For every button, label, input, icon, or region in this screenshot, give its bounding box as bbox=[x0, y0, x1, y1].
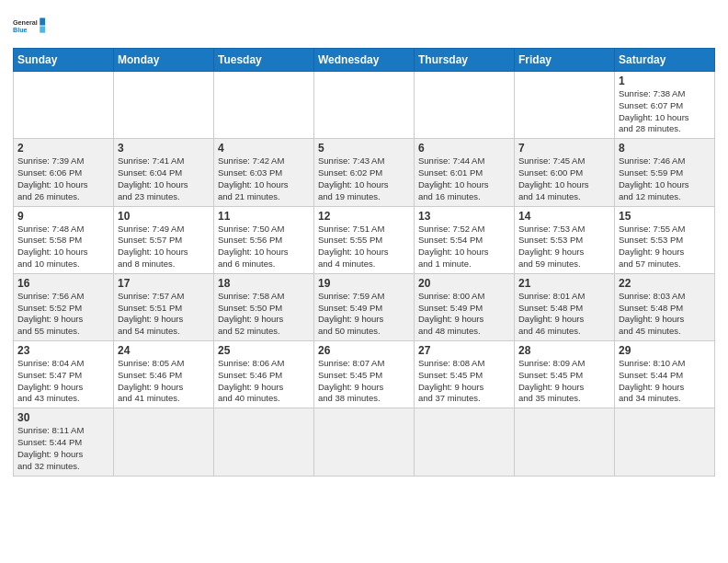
calendar-cell: 10Sunrise: 7:49 AM Sunset: 5:57 PM Dayli… bbox=[114, 206, 214, 273]
day-number: 25 bbox=[218, 344, 310, 357]
day-number: 16 bbox=[17, 277, 109, 290]
weekday-header-wednesday: Wednesday bbox=[314, 49, 415, 72]
day-info: Sunrise: 7:42 AM Sunset: 6:03 PM Dayligh… bbox=[218, 155, 310, 202]
calendar-cell: 14Sunrise: 7:53 AM Sunset: 5:53 PM Dayli… bbox=[515, 206, 615, 273]
calendar-cell bbox=[415, 408, 515, 476]
day-number: 24 bbox=[118, 344, 210, 357]
day-info: Sunrise: 7:44 AM Sunset: 6:01 PM Dayligh… bbox=[418, 155, 510, 202]
day-info: Sunrise: 7:46 AM Sunset: 5:59 PM Dayligh… bbox=[619, 155, 711, 202]
day-info: Sunrise: 8:08 AM Sunset: 5:45 PM Dayligh… bbox=[418, 358, 510, 405]
day-info: Sunrise: 8:01 AM Sunset: 5:48 PM Dayligh… bbox=[518, 291, 610, 338]
day-number: 23 bbox=[17, 344, 109, 357]
header: GeneralBlue bbox=[13, 9, 715, 42]
calendar-cell: 24Sunrise: 8:05 AM Sunset: 5:46 PM Dayli… bbox=[114, 341, 214, 408]
calendar-cell: 27Sunrise: 8:08 AM Sunset: 5:45 PM Dayli… bbox=[415, 341, 515, 408]
weekday-header-tuesday: Tuesday bbox=[214, 49, 314, 72]
calendar-cell: 17Sunrise: 7:57 AM Sunset: 5:51 PM Dayli… bbox=[114, 273, 214, 340]
calendar-week-row: 23Sunrise: 8:04 AM Sunset: 5:47 PM Dayli… bbox=[14, 341, 715, 408]
calendar-cell: 1Sunrise: 7:38 AM Sunset: 6:07 PM Daylig… bbox=[615, 72, 715, 139]
calendar-cell bbox=[14, 72, 114, 139]
day-info: Sunrise: 7:55 AM Sunset: 5:53 PM Dayligh… bbox=[619, 224, 711, 270]
day-number: 30 bbox=[17, 411, 109, 424]
day-info: Sunrise: 7:43 AM Sunset: 6:02 PM Dayligh… bbox=[318, 155, 410, 202]
day-info: Sunrise: 7:49 AM Sunset: 5:57 PM Dayligh… bbox=[118, 224, 210, 270]
calendar-cell: 9Sunrise: 7:48 AM Sunset: 5:58 PM Daylig… bbox=[14, 206, 114, 273]
day-number: 6 bbox=[418, 142, 510, 155]
day-number: 13 bbox=[418, 210, 510, 223]
page: GeneralBlue SundayMondayTuesdayWednesday… bbox=[0, 0, 728, 563]
calendar-cell bbox=[214, 408, 314, 476]
day-info: Sunrise: 7:48 AM Sunset: 5:58 PM Dayligh… bbox=[17, 224, 109, 270]
calendar-cell: 19Sunrise: 7:59 AM Sunset: 5:49 PM Dayli… bbox=[314, 273, 415, 340]
day-info: Sunrise: 8:11 AM Sunset: 5:44 PM Dayligh… bbox=[17, 425, 109, 472]
calendar-cell: 15Sunrise: 7:55 AM Sunset: 5:53 PM Dayli… bbox=[615, 206, 715, 273]
day-info: Sunrise: 7:41 AM Sunset: 6:04 PM Dayligh… bbox=[118, 155, 210, 202]
svg-text:General: General bbox=[13, 18, 38, 27]
day-number: 4 bbox=[218, 142, 310, 155]
day-number: 9 bbox=[17, 210, 109, 223]
day-info: Sunrise: 7:51 AM Sunset: 5:55 PM Dayligh… bbox=[318, 224, 410, 270]
day-number: 3 bbox=[118, 142, 210, 155]
day-info: Sunrise: 8:00 AM Sunset: 5:49 PM Dayligh… bbox=[418, 291, 510, 338]
calendar-cell bbox=[314, 72, 415, 139]
calendar-cell: 30Sunrise: 8:11 AM Sunset: 5:44 PM Dayli… bbox=[14, 408, 114, 476]
calendar-cell bbox=[214, 72, 314, 139]
calendar-week-row: 30Sunrise: 8:11 AM Sunset: 5:44 PM Dayli… bbox=[14, 408, 715, 476]
calendar-week-row: 2Sunrise: 7:39 AM Sunset: 6:06 PM Daylig… bbox=[14, 139, 715, 206]
calendar-cell bbox=[314, 408, 415, 476]
calendar-cell: 8Sunrise: 7:46 AM Sunset: 5:59 PM Daylig… bbox=[615, 139, 715, 206]
weekday-header-thursday: Thursday bbox=[415, 49, 515, 72]
calendar-cell: 5Sunrise: 7:43 AM Sunset: 6:02 PM Daylig… bbox=[314, 139, 415, 206]
calendar-cell: 11Sunrise: 7:50 AM Sunset: 5:56 PM Dayli… bbox=[214, 206, 314, 273]
day-number: 27 bbox=[418, 344, 510, 357]
day-info: Sunrise: 7:52 AM Sunset: 5:54 PM Dayligh… bbox=[418, 224, 510, 270]
calendar-cell: 6Sunrise: 7:44 AM Sunset: 6:01 PM Daylig… bbox=[415, 139, 515, 206]
calendar-cell: 12Sunrise: 7:51 AM Sunset: 5:55 PM Dayli… bbox=[314, 206, 415, 273]
calendar-cell: 7Sunrise: 7:45 AM Sunset: 6:00 PM Daylig… bbox=[515, 139, 615, 206]
calendar-cell: 28Sunrise: 8:09 AM Sunset: 5:45 PM Dayli… bbox=[515, 341, 615, 408]
day-number: 1 bbox=[619, 75, 711, 87]
day-number: 18 bbox=[218, 277, 310, 290]
day-info: Sunrise: 7:45 AM Sunset: 6:00 PM Dayligh… bbox=[518, 155, 610, 202]
calendar-table: SundayMondayTuesdayWednesdayThursdayFrid… bbox=[13, 48, 715, 477]
svg-marker-2 bbox=[40, 17, 45, 25]
calendar-cell: 23Sunrise: 8:04 AM Sunset: 5:47 PM Dayli… bbox=[14, 341, 114, 408]
day-number: 19 bbox=[318, 277, 410, 290]
day-number: 15 bbox=[619, 210, 711, 223]
calendar-cell: 25Sunrise: 8:06 AM Sunset: 5:46 PM Dayli… bbox=[214, 341, 314, 408]
day-info: Sunrise: 8:03 AM Sunset: 5:48 PM Dayligh… bbox=[619, 291, 711, 338]
day-info: Sunrise: 7:56 AM Sunset: 5:52 PM Dayligh… bbox=[17, 291, 109, 338]
svg-marker-3 bbox=[40, 26, 45, 32]
day-info: Sunrise: 7:50 AM Sunset: 5:56 PM Dayligh… bbox=[218, 224, 310, 270]
calendar-cell bbox=[515, 408, 615, 476]
day-number: 20 bbox=[418, 277, 510, 290]
calendar-cell: 22Sunrise: 8:03 AM Sunset: 5:48 PM Dayli… bbox=[615, 273, 715, 340]
day-number: 12 bbox=[318, 210, 410, 223]
day-info: Sunrise: 7:38 AM Sunset: 6:07 PM Dayligh… bbox=[619, 88, 711, 135]
calendar-week-row: 16Sunrise: 7:56 AM Sunset: 5:52 PM Dayli… bbox=[14, 273, 715, 340]
day-number: 21 bbox=[518, 277, 610, 290]
logo-icon: GeneralBlue bbox=[13, 9, 46, 42]
logo: GeneralBlue bbox=[13, 9, 46, 42]
day-info: Sunrise: 7:57 AM Sunset: 5:51 PM Dayligh… bbox=[118, 291, 210, 338]
calendar-cell bbox=[515, 72, 615, 139]
day-info: Sunrise: 8:07 AM Sunset: 5:45 PM Dayligh… bbox=[318, 358, 410, 405]
calendar-cell: 4Sunrise: 7:42 AM Sunset: 6:03 PM Daylig… bbox=[214, 139, 314, 206]
day-info: Sunrise: 8:10 AM Sunset: 5:44 PM Dayligh… bbox=[619, 358, 711, 405]
day-info: Sunrise: 8:09 AM Sunset: 5:45 PM Dayligh… bbox=[518, 358, 610, 405]
calendar-cell: 16Sunrise: 7:56 AM Sunset: 5:52 PM Dayli… bbox=[14, 273, 114, 340]
day-number: 5 bbox=[318, 142, 410, 155]
calendar-cell bbox=[114, 72, 214, 139]
day-info: Sunrise: 7:53 AM Sunset: 5:53 PM Dayligh… bbox=[518, 224, 610, 270]
day-number: 10 bbox=[118, 210, 210, 223]
day-number: 26 bbox=[318, 344, 410, 357]
calendar-cell bbox=[114, 408, 214, 476]
day-number: 11 bbox=[218, 210, 310, 223]
day-info: Sunrise: 8:06 AM Sunset: 5:46 PM Dayligh… bbox=[218, 358, 310, 405]
day-info: Sunrise: 7:59 AM Sunset: 5:49 PM Dayligh… bbox=[318, 291, 410, 338]
day-info: Sunrise: 7:58 AM Sunset: 5:50 PM Dayligh… bbox=[218, 291, 310, 338]
day-number: 29 bbox=[619, 344, 711, 357]
calendar-cell bbox=[615, 408, 715, 476]
weekday-header-row: SundayMondayTuesdayWednesdayThursdayFrid… bbox=[14, 49, 715, 72]
calendar-cell: 29Sunrise: 8:10 AM Sunset: 5:44 PM Dayli… bbox=[615, 341, 715, 408]
